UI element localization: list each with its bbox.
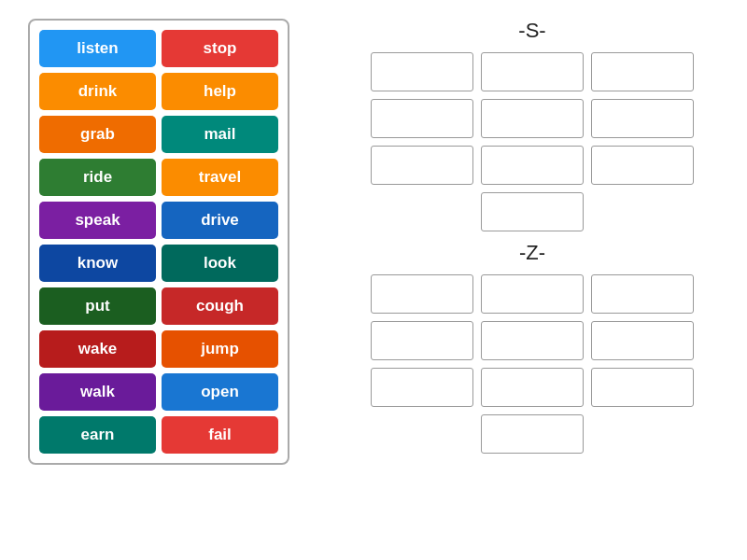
s-drop-grid [371,52,694,231]
s-drop-box[interactable] [481,192,584,231]
word-button[interactable]: mail [162,116,278,153]
word-button[interactable]: wake [39,330,156,368]
z-drop-box[interactable] [481,414,584,454]
word-button[interactable]: grab [39,116,156,153]
word-button[interactable]: help [162,73,278,110]
word-button[interactable]: cough [162,287,278,325]
z-section-title: -Z- [519,241,545,265]
word-grid: listenstopdrinkhelpgrabmailridetravelspe… [28,19,289,465]
z-drop-box[interactable] [591,368,694,407]
s-drop-box[interactable] [481,52,584,91]
s-drop-box[interactable] [371,146,473,185]
z-drop-box[interactable] [371,321,473,360]
word-button[interactable]: jump [162,330,278,368]
z-drop-box[interactable] [591,274,694,314]
left-panel: listenstopdrinkhelpgrabmailridetravelspe… [0,0,317,560]
word-button[interactable]: put [39,287,156,325]
word-button[interactable]: open [162,373,278,411]
word-button[interactable]: stop [162,30,278,67]
z-drop-box[interactable] [371,368,473,407]
word-button[interactable]: know [39,245,156,282]
word-button[interactable]: travel [162,159,278,196]
s-drop-box[interactable] [481,146,584,185]
word-button[interactable]: fail [162,416,278,454]
word-button[interactable]: speak [39,202,156,239]
s-drop-box[interactable] [591,52,694,91]
word-button[interactable]: walk [39,373,156,411]
z-drop-box[interactable] [481,274,584,314]
z-drop-box[interactable] [371,274,473,314]
s-drop-box[interactable] [371,99,473,138]
s-section: -S- [345,19,719,231]
s-drop-box[interactable] [591,99,694,138]
word-button[interactable]: listen [39,30,156,67]
z-drop-box[interactable] [481,321,584,360]
z-drop-box[interactable] [481,368,584,407]
s-section-title: -S- [518,19,545,43]
z-drop-grid [371,274,694,454]
s-drop-box[interactable] [591,146,694,185]
word-button[interactable]: ride [39,159,156,196]
z-drop-box[interactable] [591,321,694,360]
word-button[interactable]: drink [39,73,156,110]
s-drop-box[interactable] [371,52,473,91]
right-panel: -S- -Z- [317,0,747,560]
word-button[interactable]: drive [162,202,278,239]
word-button[interactable]: earn [39,416,156,454]
z-section: -Z- [345,241,719,454]
s-drop-box[interactable] [481,99,584,138]
word-button[interactable]: look [162,245,278,282]
